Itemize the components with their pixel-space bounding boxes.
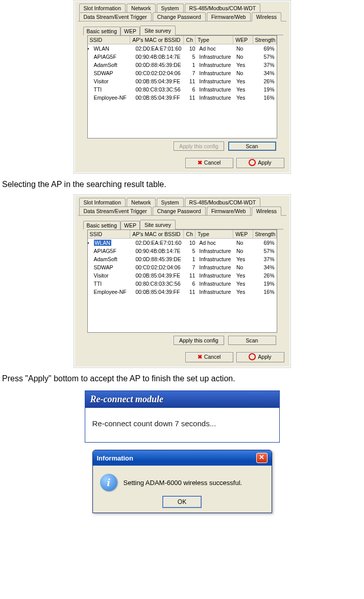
table-row[interactable]: Employee-NF00:0B:85:04:39:FF11Infrastruc…: [92, 94, 277, 102]
apply-config-button[interactable]: Apply this config: [174, 336, 224, 345]
row-caret-icon: ▸: [87, 45, 89, 51]
reconnect-body: Re-connect count down 7 seconds...: [85, 408, 279, 442]
column-header[interactable]: AP's MAC or BSSID: [130, 36, 184, 44]
row-caret-icon: ▸: [87, 240, 89, 245]
caption-2: Press "Apply" bottom to accept the AP to…: [2, 374, 364, 383]
table-row[interactable]: TTI00:80:C8:03:3C:566InfrastructureYes19…: [92, 85, 277, 94]
column-header[interactable]: Type: [196, 36, 233, 44]
top-tab[interactable]: Firmware/Web: [207, 12, 251, 21]
circle-icon: [249, 159, 256, 166]
top-tabs-row1: Slot InformationNetworkSystemRS-485/Modb…: [75, 2, 289, 12]
x-icon: ✖: [198, 354, 202, 360]
cancel-button[interactable]: ✖Cancel: [185, 352, 233, 362]
top-tab[interactable]: Slot Information: [79, 198, 126, 206]
top-tab[interactable]: Firmware/Web: [207, 206, 251, 215]
top-tab[interactable]: Change Password: [153, 12, 206, 21]
column-header[interactable]: Ch: [184, 230, 196, 238]
table-row[interactable]: SDWAP00:C0:02:D2:04:067InfrastructureNo3…: [92, 263, 277, 271]
column-header[interactable]: SSID: [88, 36, 131, 44]
column-header[interactable]: WEP: [233, 230, 253, 238]
top-tab[interactable]: RS-485/Modbus/COM-WDT: [185, 4, 261, 12]
table-row[interactable]: Visitor00:0B:85:04:39:FE11Infrastructure…: [92, 77, 277, 85]
top-tab[interactable]: Network: [127, 198, 156, 206]
top-tabs-row2: Data Stream/Event TriggerChange Password…: [75, 206, 289, 215]
site-survey-table[interactable]: SSIDAP's MAC or BSSIDChTypeWEPStrength▸W…: [87, 229, 277, 333]
sub-tab[interactable]: Site survey: [140, 220, 176, 230]
table-row[interactable]: SDWAP00:C0:02:D2:04:067InfrastructureNo3…: [92, 69, 277, 77]
table-row[interactable]: Employee-NF00:0B:85:04:39:FF11Infrastruc…: [92, 288, 277, 296]
column-header[interactable]: Strength: [253, 36, 277, 44]
reconnect-title: Re-connect module: [85, 391, 279, 408]
wireless-panel-1: Slot InformationNetworkSystemRS-485/Modb…: [75, 2, 289, 172]
circle-icon: [249, 353, 256, 360]
table-row[interactable]: APIAG5F00:90:4B:0B:14:7E5InfrastructureN…: [92, 53, 277, 61]
column-header[interactable]: Type: [196, 230, 233, 238]
table-row[interactable]: WLAN02:D0:EA:E7:01:6010Ad hocNo69%: [92, 239, 277, 247]
table-row[interactable]: WLAN02:D0:EA:E7:01:6010Ad hocNo69%: [92, 44, 277, 53]
top-tab[interactable]: Data Stream/Event Trigger: [79, 206, 152, 215]
sub-tab[interactable]: Basic setting: [83, 221, 121, 229]
reconnect-dialog: Re-connect module Re-connect count down …: [85, 390, 280, 443]
column-header[interactable]: WEP: [233, 36, 253, 44]
column-header[interactable]: Ch: [184, 36, 196, 44]
ok-button[interactable]: OK: [162, 496, 202, 508]
column-header[interactable]: Strength: [253, 230, 277, 238]
info-dialog: Information ✕ i Setting ADAM-6000 wirele…: [92, 450, 272, 513]
sub-tab[interactable]: WEP: [120, 221, 140, 229]
close-icon[interactable]: ✕: [256, 453, 268, 463]
top-tab[interactable]: Wireless: [252, 206, 281, 216]
panel1-wrap: Slot InformationNetworkSystemRS-485/Modb…: [0, 0, 364, 174]
table-row[interactable]: AdamSoft00:0D:88:45:39:DE1Infrastructure…: [92, 255, 277, 263]
reconnect-dialog-wrap: Re-connect module Re-connect count down …: [0, 390, 364, 443]
sub-tabs: Basic settingWEPSite survey: [83, 26, 283, 35]
top-tab[interactable]: Slot Information: [79, 4, 126, 12]
scan-button[interactable]: Scan: [228, 142, 276, 151]
info-title-text: Information: [97, 454, 134, 462]
top-tab[interactable]: System: [157, 4, 184, 12]
table-row[interactable]: TTI00:80:C8:03:3C:566InfrastructureYes19…: [92, 280, 277, 288]
info-message: Setting ADAM-6000 wireless successful.: [124, 479, 242, 487]
caption-1: Selecting the AP in the searching result…: [2, 180, 364, 189]
info-dialog-wrap: Information ✕ i Setting ADAM-6000 wirele…: [0, 450, 364, 513]
top-tab[interactable]: Wireless: [252, 12, 281, 21]
top-tabs-row1: Slot InformationNetworkSystemRS-485/Modb…: [75, 196, 289, 206]
scan-button[interactable]: Scan: [228, 336, 276, 345]
x-icon: ✖: [198, 159, 202, 166]
top-tab[interactable]: Data Stream/Event Trigger: [79, 12, 152, 21]
sub-tabs: Basic settingWEPSite survey: [83, 220, 283, 229]
table-row[interactable]: APIAG5F00:90:4B:0B:14:7E5InfrastructureN…: [92, 247, 277, 255]
apply-button[interactable]: Apply: [236, 352, 284, 362]
panel2-wrap: Slot InformationNetworkSystemRS-485/Modb…: [0, 194, 364, 368]
sub-tab[interactable]: Basic setting: [83, 27, 121, 35]
column-header[interactable]: AP's MAC or BSSID: [130, 230, 184, 238]
sub-tab[interactable]: Site survey: [140, 26, 176, 36]
apply-button[interactable]: Apply: [236, 158, 284, 168]
top-tabs-row2: Data Stream/Event TriggerChange Password…: [75, 12, 289, 21]
site-survey-table[interactable]: SSIDAP's MAC or BSSIDChTypeWEPStrength▸W…: [87, 35, 277, 139]
table-row[interactable]: Visitor00:0B:85:04:39:FE11Infrastructure…: [92, 271, 277, 280]
cancel-button[interactable]: ✖Cancel: [185, 158, 233, 168]
apply-config-button: Apply this config: [174, 142, 224, 151]
info-titlebar: Information ✕: [93, 450, 272, 466]
info-icon: i: [100, 474, 117, 491]
top-tab[interactable]: Network: [127, 4, 156, 12]
top-tab[interactable]: RS-485/Modbus/COM-WDT: [185, 198, 261, 206]
top-tab[interactable]: Change Password: [153, 206, 206, 215]
column-header[interactable]: SSID: [88, 230, 131, 238]
wireless-panel-2: Slot InformationNetworkSystemRS-485/Modb…: [75, 196, 289, 366]
table-row[interactable]: AdamSoft00:0D:88:45:39:DE1Infrastructure…: [92, 61, 277, 69]
sub-tab[interactable]: WEP: [120, 27, 140, 35]
top-tab[interactable]: System: [157, 198, 184, 206]
